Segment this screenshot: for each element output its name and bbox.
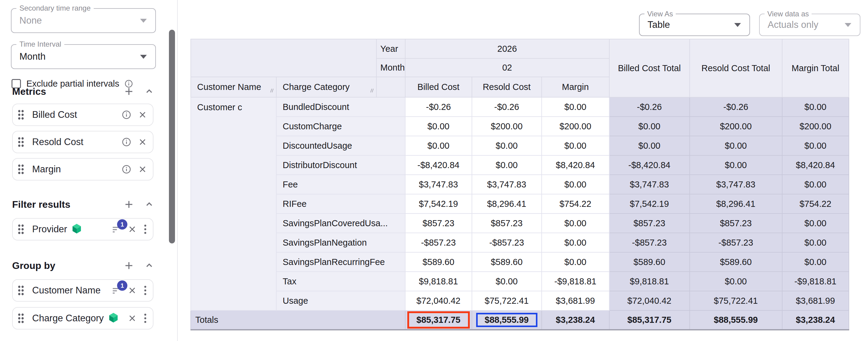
secondary-time-range-select[interactable]: Secondary time range None (11, 8, 156, 33)
chevron-down-icon (140, 55, 147, 59)
margin-cell: $200.00 (542, 116, 609, 136)
resold-cost-cell: $75,722.41 (472, 291, 542, 310)
billed-cost-total-cell: $3,747.83 (609, 175, 690, 194)
customer-name-cell: Customer c (191, 97, 276, 310)
resold-cost-total-cell: $0.00 (690, 136, 782, 156)
billed-cost-cell: $7,542.19 (405, 194, 472, 213)
drag-handle-icon[interactable] (18, 285, 24, 296)
billed-cost-cell: -$0.26 (405, 97, 472, 116)
more-options-icon[interactable] (144, 225, 147, 234)
sidebar-scrollbar[interactable] (169, 30, 175, 243)
margin-cell: $0.00 (542, 233, 609, 252)
drag-handle-icon[interactable] (18, 164, 24, 175)
charge-category-cell: CustomCharge (276, 116, 405, 136)
table-row: Tax $9,818.81 $0.00 -$9,818.81 $9,818.81… (191, 272, 849, 291)
close-icon[interactable] (138, 165, 147, 173)
drag-handle-icon[interactable] (18, 313, 24, 324)
margin-total-cell: -$9,818.81 (782, 272, 849, 291)
more-options-icon[interactable] (144, 313, 147, 323)
customer-name-header-label: Customer Name (197, 82, 261, 92)
margin-total-cell: $200.00 (782, 116, 849, 136)
view-data-as-select[interactable]: View data as Actuals only (759, 13, 860, 36)
close-icon[interactable] (128, 314, 136, 322)
filter-count-badge: 1 (117, 219, 127, 230)
filter-count-badge: 1 (117, 280, 127, 291)
billed-cost-total-cell: $9,818.81 (609, 272, 690, 291)
add-metric-button[interactable] (124, 86, 134, 97)
billed-cost-total-cell: $0.00 (609, 116, 690, 136)
secondary-time-range-value: None (20, 9, 42, 32)
add-filter-button[interactable] (124, 199, 134, 210)
app-window: Secondary time range None Time Interval … (0, 0, 868, 341)
margin-total-cell: $0.00 (782, 252, 849, 272)
close-icon[interactable] (138, 138, 147, 146)
margin-cell: $0.00 (542, 213, 609, 233)
collapse-metrics-button[interactable] (145, 87, 153, 96)
table-row: DistributorDiscount -$8,420.84 $0.00 $8,… (191, 156, 849, 175)
filter-applied-indicator[interactable]: 1 (112, 225, 121, 234)
margin-cell: $0.00 (542, 252, 609, 272)
group-by-title: Group by (12, 260, 55, 271)
filter-applied-indicator[interactable]: 1 (112, 286, 121, 295)
column-header-resold-cost: Resold Cost (472, 77, 542, 97)
group-pill-customer-name[interactable]: Customer Name 1 (12, 279, 153, 302)
column-header-margin-total: Margin Total (782, 39, 849, 97)
resold-cost-total-cell: $8,296.41 (690, 194, 782, 213)
add-group-button[interactable] (124, 261, 134, 271)
filter-results-section-header: Filter results (12, 198, 153, 211)
info-icon[interactable] (122, 110, 131, 119)
table-row: Fee $3,747.83 $3,747.83 $0.00 $3,747.83 … (191, 175, 849, 194)
charge-category-cell: RIFee (276, 194, 405, 213)
metrics-section-header: Metrics (12, 85, 153, 98)
column-resize-icon[interactable] (269, 85, 274, 95)
resold-cost-total-cell: $0.00 (690, 272, 782, 291)
group-pill-charge-category[interactable]: Charge Category (12, 307, 153, 330)
resold-cost-total-cell: $589.60 (690, 252, 782, 272)
margin-cell: $754.22 (542, 194, 609, 213)
totals-margin-total-cell: $3,238.24 (782, 310, 849, 330)
dataset-cube-icon (108, 312, 118, 324)
margin-total-cell: $0.00 (782, 233, 849, 252)
metric-label: Margin (32, 164, 61, 175)
margin-total-cell: $754.22 (782, 194, 849, 213)
close-icon[interactable] (138, 110, 147, 119)
billed-cost-total-cell: $72,040.42 (609, 291, 690, 310)
margin-cell: $0.00 (542, 136, 609, 156)
column-resize-icon[interactable] (369, 85, 374, 95)
billed-cost-total-cell: $589.60 (609, 252, 690, 272)
resold-cost-total-cell: -$857.23 (690, 233, 782, 252)
info-icon[interactable] (122, 137, 131, 146)
table-row: SavingsPlanRecurringFee $589.60 $589.60 … (191, 252, 849, 272)
filter-pill-provider[interactable]: Provider 1 (12, 218, 153, 240)
margin-total-cell: $8,420.84 (782, 156, 849, 175)
metric-pill-billed-cost[interactable]: Billed Cost (12, 104, 153, 126)
totals-billed-cost-cell-highlighted-red: $85,317.75 (405, 310, 472, 330)
table-row: RIFee $7,542.19 $8,296.41 $754.22 $7,542… (191, 194, 849, 213)
column-header-billed-cost-total: Billed Cost Total (609, 39, 690, 97)
collapse-filters-button[interactable] (145, 200, 153, 209)
resold-cost-cell: $589.60 (472, 252, 542, 272)
metric-pill-margin[interactable]: Margin (12, 158, 153, 180)
info-icon[interactable] (122, 165, 131, 174)
month-label-cell: Month (376, 59, 405, 77)
resold-cost-cell: $0.00 (472, 156, 542, 175)
group-by-section-header: Group by (12, 259, 153, 272)
metric-pill-resold-cost[interactable]: Resold Cost (12, 131, 153, 153)
drag-handle-icon[interactable] (18, 137, 24, 147)
billed-cost-cell: $589.60 (405, 252, 472, 272)
charge-category-cell: DistributorDiscount (276, 156, 405, 175)
view-as-select[interactable]: View As Table (639, 13, 750, 36)
table-row: Customer c BundledDiscount -$0.26 -$0.26… (191, 97, 849, 116)
time-interval-select[interactable]: Time Interval Month (11, 44, 156, 69)
collapse-groups-button[interactable] (145, 261, 153, 270)
charge-category-header-label: Charge Category (283, 82, 350, 92)
drag-handle-icon[interactable] (18, 109, 24, 120)
close-icon[interactable] (128, 225, 136, 234)
drag-handle-icon[interactable] (18, 224, 24, 235)
billed-cost-total-cell: -$0.26 (609, 97, 690, 116)
close-icon[interactable] (128, 286, 136, 295)
column-header-customer-name[interactable]: Customer Name (191, 77, 276, 97)
more-options-icon[interactable] (144, 285, 147, 295)
resold-cost-total-cell: $3,747.83 (690, 175, 782, 194)
column-header-charge-category[interactable]: Charge Category (276, 77, 376, 97)
